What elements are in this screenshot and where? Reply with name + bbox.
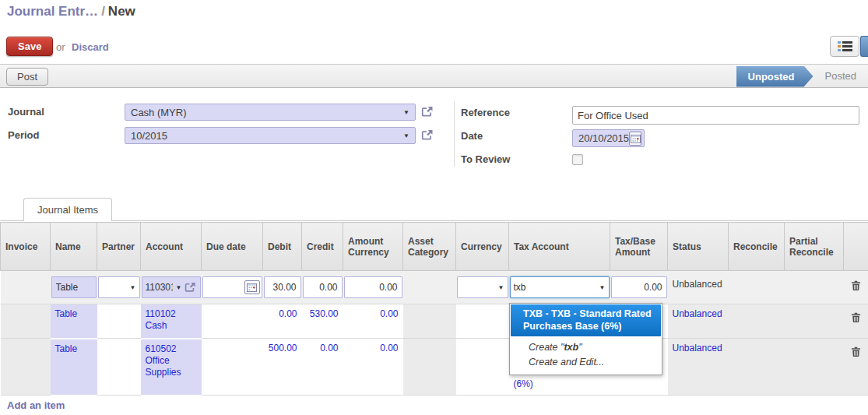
col-header-invoice[interactable]: Invoice: [1, 223, 51, 271]
col-header-name[interactable]: Name: [51, 223, 97, 271]
col-header-currency[interactable]: Currency: [456, 223, 509, 271]
chevron-down-icon: ▼: [599, 284, 606, 291]
status-cell: Unbalanced: [668, 339, 729, 396]
col-header-amount-currency[interactable]: Amount Currency: [343, 223, 403, 271]
currency-select[interactable]: ▼: [457, 276, 508, 298]
tax-base-amount-input[interactable]: [611, 276, 667, 298]
chevron-down-icon: ▼: [176, 284, 182, 291]
asset-category-cell: [403, 271, 456, 304]
list-view-button[interactable]: [830, 36, 859, 57]
account-cell: 110301▼: [141, 271, 202, 304]
row-actions-cell: [844, 271, 868, 304]
account-select[interactable]: 110301▼: [142, 276, 201, 298]
col-header-asset-category[interactable]: Asset Category: [403, 223, 456, 271]
col-header-reconcile[interactable]: Reconcile: [729, 223, 785, 271]
period-label: Period: [8, 129, 39, 141]
action-row: Save or Discard: [0, 31, 868, 64]
table-row-editing: ▼ 110301▼: [1, 271, 868, 304]
date-input[interactable]: 20/10/2015: [572, 129, 645, 147]
debit-cell: 500.00: [263, 339, 302, 396]
credit-cell: 530.00: [302, 304, 343, 339]
row-actions-cell: [844, 339, 868, 396]
name-cell: Table: [51, 304, 97, 339]
journal-select[interactable]: Cash (MYR)▼: [125, 104, 416, 121]
chevron-down-icon: ▼: [498, 284, 504, 291]
open-period-record-icon[interactable]: [420, 128, 434, 142]
autocomplete-create-option[interactable]: Create "txb": [510, 337, 662, 354]
name-input[interactable]: [51, 276, 97, 298]
name-cell: [51, 271, 97, 304]
breadcrumb-journal-entries-link[interactable]: Journal Entr…: [7, 4, 98, 19]
autocomplete-create-and-edit-option[interactable]: Create and Edit...: [510, 354, 662, 369]
amount-currency-cell: [343, 271, 403, 304]
asset-category-cell: [403, 304, 456, 339]
table-row[interactable]: Table 610502 Office Supplies 500.00 0.00…: [1, 339, 868, 396]
calendar-icon[interactable]: [244, 280, 260, 294]
period-select[interactable]: 10/2015▼: [125, 127, 416, 144]
save-button[interactable]: Save: [6, 37, 53, 56]
col-header-partner[interactable]: Partner: [97, 223, 141, 271]
reconcile-cell: [729, 339, 785, 396]
col-header-credit[interactable]: Credit: [302, 223, 343, 271]
debit-cell: 0.00: [263, 304, 302, 339]
due-date-cell: [202, 339, 263, 396]
amount-currency-cell: 0.00: [343, 339, 403, 396]
trash-icon: [851, 312, 861, 323]
status-unposted[interactable]: Unposted: [736, 66, 814, 87]
col-header-tax-account[interactable]: Tax Account: [509, 223, 610, 271]
trash-icon: [851, 346, 861, 357]
partial-reconcile-cell: [785, 339, 844, 396]
to-review-checkbox[interactable]: [572, 154, 583, 165]
trash-icon: [851, 280, 861, 291]
toolbar: Post Unposted Posted: [0, 64, 868, 88]
delete-row-button[interactable]: [849, 311, 863, 327]
col-header-partial-reconcile[interactable]: Partial Reconcile: [785, 223, 844, 271]
tax-account-autocomplete-input[interactable]: txb▼: [510, 276, 610, 298]
journal-label: Journal: [8, 106, 44, 118]
credit-input[interactable]: [303, 276, 343, 298]
add-an-item-link[interactable]: Add an item: [7, 399, 65, 411]
col-header-status[interactable]: Status: [668, 223, 729, 271]
row-actions-cell: [844, 304, 868, 339]
currency-cell: [456, 339, 509, 396]
chevron-down-icon: ▼: [130, 284, 136, 291]
delete-row-button[interactable]: [849, 279, 863, 295]
chevron-down-icon: ▼: [403, 109, 409, 116]
post-button[interactable]: Post: [6, 68, 48, 86]
due-date-input[interactable]: [202, 276, 262, 298]
table-row[interactable]: Table 110102 Cash 0.00 530.00 0.00 Unbal…: [1, 304, 868, 339]
reconcile-cell: [729, 304, 785, 339]
tab-journal-items[interactable]: Journal Items: [23, 198, 112, 221]
col-header-tax-base-amount[interactable]: Tax/Base Amount: [610, 223, 668, 271]
currency-cell: ▼: [456, 271, 509, 304]
account-cell: 610502 Office Supplies: [141, 339, 202, 396]
journal-entry-form-page: Journal Entr…/New Save or Discard Post U…: [0, 0, 868, 415]
col-header-account[interactable]: Account: [141, 223, 202, 271]
invoice-cell: [1, 271, 51, 304]
delete-row-button[interactable]: [849, 345, 863, 361]
credit-cell: 0.00: [302, 339, 343, 396]
open-account-record-icon[interactable]: [184, 281, 197, 294]
or-text: or: [56, 41, 65, 53]
col-header-debit[interactable]: Debit: [263, 223, 302, 271]
open-journal-record-icon[interactable]: [420, 105, 434, 118]
calendar-icon[interactable]: [629, 132, 641, 146]
due-date-cell: [202, 304, 263, 339]
status-value: Unbalanced: [669, 276, 728, 290]
tab-underline: [0, 220, 868, 221]
col-header-due-date[interactable]: Due date: [202, 223, 263, 271]
tax-base-amount-cell: [610, 271, 668, 304]
debit-cell: [263, 271, 302, 304]
discard-link[interactable]: Discard: [72, 41, 109, 53]
partial-reconcile-cell: [785, 304, 844, 339]
breadcrumb-current: New: [108, 4, 135, 19]
name-cell: Table: [51, 339, 97, 396]
debit-input[interactable]: [264, 276, 301, 298]
partner-select[interactable]: ▼: [98, 276, 140, 298]
partial-reconcile-cell: [785, 271, 844, 304]
amount-currency-input[interactable]: [344, 276, 402, 298]
reference-input[interactable]: [572, 106, 859, 125]
autocomplete-suggestion-highlighted[interactable]: TXB - TXB - Standard Rated Purchases Bas…: [511, 304, 661, 336]
status-posted[interactable]: Posted: [814, 70, 868, 82]
form-view-button[interactable]: [860, 36, 868, 57]
